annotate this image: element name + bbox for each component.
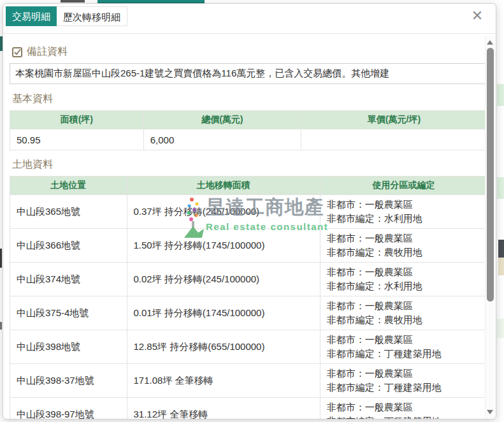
zoning-line-1: 非都市：一般農業區 bbox=[327, 198, 480, 212]
land-location-cell: 中山段366地號 bbox=[10, 229, 127, 263]
zoning-line-1: 非都市：一般農業區 bbox=[327, 400, 480, 414]
zoning-line-1: 非都市：一般農業區 bbox=[327, 231, 480, 245]
basic-header-row: 面積(坪) 總價(萬元) 單價(萬元/坪) bbox=[10, 111, 487, 129]
land-table-row: 中山段365地號 0.37坪 持分移轉(245/100000) 非都市：一般農業… bbox=[10, 195, 487, 229]
modal-body: 備註資料 本案桃園市新屋區中山段265-1建號之買賣價格為116萬元整，已含入交… bbox=[3, 34, 496, 419]
land-location-cell: 中山段398-37地號 bbox=[10, 364, 127, 398]
basic-value-total-price: 6,000 bbox=[143, 129, 301, 150]
background-fragment bbox=[498, 258, 504, 275]
land-zoning-cell: 非都市：一般農業區 非都市編定：農牧用地 bbox=[320, 296, 487, 330]
zoning-line-2: 非都市編定：丁種建築用地 bbox=[327, 414, 480, 419]
land-area-cell: 171.08坪 全筆移轉 bbox=[127, 364, 320, 398]
basic-info-table: 面積(坪) 總價(萬元) 單價(萬元/坪) 50.95 6,000 bbox=[10, 110, 487, 150]
zoning-line-2: 非都市編定：農牧用地 bbox=[327, 313, 480, 327]
background-fragment bbox=[497, 84, 504, 106]
land-zoning-cell: 非都市：一般農業區 非都市編定：水利用地 bbox=[320, 263, 487, 296]
checkbox-checked-icon bbox=[12, 47, 22, 57]
basic-title-label: 基本資料 bbox=[12, 92, 53, 106]
land-area-cell: 0.37坪 持分移轉(245/100000) bbox=[127, 195, 320, 229]
land-header-location: 土地位置 bbox=[10, 177, 127, 195]
land-location-cell: 中山段374地號 bbox=[10, 263, 127, 296]
zoning-line-1: 非都市：一般農業區 bbox=[327, 367, 480, 381]
land-section-title: 土地資料 bbox=[12, 158, 484, 171]
scroll-down-icon[interactable] bbox=[487, 410, 493, 414]
land-info-table: 土地位置 土地移轉面積 使用分區或編定 中山段365地號 0.37坪 持分移轉(… bbox=[10, 176, 487, 419]
land-location-cell: 中山段365地號 bbox=[10, 195, 127, 229]
zoning-line-1: 非都市：一般農業區 bbox=[327, 299, 480, 313]
land-area-cell: 31.12坪 全筆移轉 bbox=[127, 398, 320, 420]
scroll-up-icon[interactable] bbox=[487, 40, 493, 45]
modal-header: 交易明細 歷次轉移明細 ✕ bbox=[3, 4, 496, 34]
land-zoning-cell: 非都市：一般農業區 非都市編定：丁種建築用地 bbox=[320, 398, 487, 420]
basic-value-row: 50.95 6,000 bbox=[10, 129, 487, 150]
land-table-row: 中山段375-4地號 0.01坪 持分移轉(1745/100000) 非都市：一… bbox=[10, 296, 487, 330]
modal-content: 備註資料 本案桃園市新屋區中山段265-1建號之買賣價格為116萬元整，已含入交… bbox=[3, 34, 484, 419]
land-area-cell: 0.02坪 持分移轉(245/100000) bbox=[127, 263, 320, 296]
zoning-line-2: 非都市編定：水利用地 bbox=[327, 279, 480, 293]
remark-title-label: 備註資料 bbox=[27, 45, 68, 59]
land-zoning-cell: 非都市：一般農業區 非都市編定：水利用地 bbox=[320, 195, 487, 229]
land-area-cell: 12.85坪 持分移轉(655/100000) bbox=[127, 330, 320, 364]
tab-transfer-history[interactable]: 歷次轉移明細 bbox=[57, 6, 127, 26]
land-area-cell: 1.50坪 持分移轉(1745/100000) bbox=[127, 229, 320, 263]
vertical-scrollbar[interactable] bbox=[485, 36, 494, 418]
background-fragment bbox=[498, 240, 504, 258]
basic-header-area: 面積(坪) bbox=[10, 111, 144, 129]
background-fragment bbox=[0, 322, 2, 330]
background-fragment bbox=[0, 249, 2, 268]
land-table-row: 中山段398地號 12.85坪 持分移轉(655/100000) 非都市：一般農… bbox=[10, 330, 487, 364]
zoning-line-1: 非都市：一般農業區 bbox=[327, 265, 480, 279]
transaction-detail-modal: 交易明細 歷次轉移明細 ✕ 備註資料 本案桃園市新屋區中山段265-1建號之買賣… bbox=[3, 3, 496, 419]
basic-header-total-price: 總價(萬元) bbox=[143, 111, 301, 129]
land-zoning-cell: 非都市：一般農業區 非都市編定：農牧用地 bbox=[320, 229, 487, 263]
tab-bar: 交易明細 歷次轉移明細 bbox=[6, 6, 127, 26]
land-table-body: 中山段365地號 0.37坪 持分移轉(245/100000) 非都市：一般農業… bbox=[10, 195, 487, 420]
basic-value-area: 50.95 bbox=[10, 129, 144, 150]
land-location-cell: 中山段398地號 bbox=[10, 330, 127, 364]
land-zoning-cell: 非都市：一般農業區 非都市編定：丁種建築用地 bbox=[320, 364, 487, 398]
zoning-line-2: 非都市編定：丁種建築用地 bbox=[327, 347, 480, 361]
land-header-transfer-area: 土地移轉面積 bbox=[127, 177, 320, 195]
land-area-cell: 0.01坪 持分移轉(1745/100000) bbox=[127, 296, 320, 330]
land-table-row: 中山段366地號 1.50坪 持分移轉(1745/100000) 非都市：一般農… bbox=[10, 229, 487, 263]
land-header-row: 土地位置 土地移轉面積 使用分區或編定 bbox=[10, 177, 487, 195]
land-title-label: 土地資料 bbox=[12, 158, 53, 171]
basic-header-unit-price: 單價(萬元/坪) bbox=[301, 111, 487, 129]
land-header-zoning: 使用分區或編定 bbox=[320, 177, 487, 195]
close-icon[interactable]: ✕ bbox=[469, 8, 486, 24]
remark-note-box: 本案桃園市新屋區中山段265-1建號之買賣價格為116萬元整，已含入交易總價。其… bbox=[10, 63, 487, 84]
land-table-row: 中山段398-37地號 171.08坪 全筆移轉 非都市：一般農業區 非都市編定… bbox=[10, 364, 487, 398]
land-table-row: 中山段374地號 0.02坪 持分移轉(245/100000) 非都市：一般農業… bbox=[10, 263, 487, 296]
basic-section-title: 基本資料 bbox=[12, 92, 484, 106]
zoning-line-2: 非都市編定：水利用地 bbox=[327, 212, 480, 226]
scrollbar-thumb[interactable] bbox=[487, 48, 494, 302]
land-location-cell: 中山段375-4地號 bbox=[10, 296, 127, 330]
land-zoning-cell: 非都市：一般農業區 非都市編定：丁種建築用地 bbox=[320, 330, 487, 364]
land-location-cell: 中山段398-97地號 bbox=[10, 398, 127, 420]
background-fragment bbox=[61, 0, 85, 3]
remark-section-title: 備註資料 bbox=[12, 45, 484, 59]
basic-value-unit-price bbox=[301, 129, 487, 150]
background-fragment bbox=[497, 177, 504, 199]
zoning-line-1: 非都市：一般農業區 bbox=[327, 333, 480, 347]
zoning-line-2: 非都市編定：丁種建築用地 bbox=[327, 381, 480, 395]
background-fragment bbox=[497, 319, 504, 338]
tab-transaction-detail[interactable]: 交易明細 bbox=[6, 6, 57, 26]
land-table-row: 中山段398-97地號 31.12坪 全筆移轉 非都市：一般農業區 非都市編定：… bbox=[10, 398, 487, 420]
zoning-line-2: 非都市編定：農牧用地 bbox=[327, 245, 480, 259]
